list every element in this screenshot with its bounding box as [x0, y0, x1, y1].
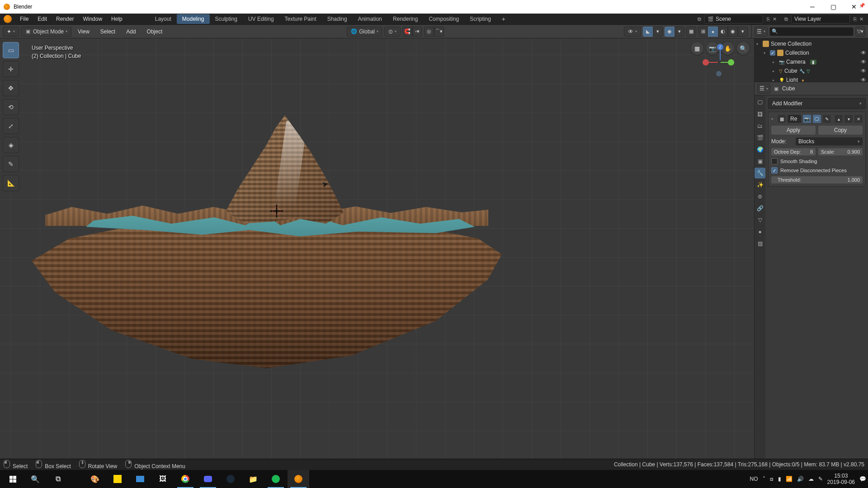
action-center-icon[interactable]: 💬	[859, 476, 866, 482]
tab-particles[interactable]: ✨	[755, 179, 765, 190]
tab-object[interactable]: ▣	[755, 156, 765, 167]
minimize-button[interactable]: ─	[802, 0, 823, 14]
modifier-collapse-icon[interactable]: ▾	[771, 117, 776, 121]
outliner-scene-collection[interactable]: ▾ Scene Collection	[755, 39, 868, 48]
shading-wireframe[interactable]: ⊞	[698, 27, 708, 37]
tab-world[interactable]: 🌍	[755, 144, 765, 155]
viewport-menu-add[interactable]: Add	[122, 27, 140, 36]
outliner-filter[interactable]: ▽▾	[855, 27, 865, 37]
taskbar-app-notes[interactable]	[107, 470, 128, 488]
outliner[interactable]: ▾ Scene Collection ▾ ✓ Collection 👁 ▸📷 C…	[755, 38, 868, 82]
modifier-move-down[interactable]: ▾	[844, 115, 853, 123]
tool-measure[interactable]: 📐	[3, 175, 19, 191]
modifier-render-toggle[interactable]: 📷	[803, 115, 811, 123]
scene-browse-icon[interactable]: ⧉	[696, 16, 703, 22]
shading-rendered[interactable]: ◉	[728, 27, 738, 37]
axis-x-icon[interactable]	[703, 59, 709, 66]
start-button[interactable]	[2, 470, 24, 488]
tool-select-box[interactable]: ▭	[3, 42, 19, 58]
taskbar-app-steam[interactable]	[220, 470, 241, 488]
menu-edit[interactable]: Edit	[33, 14, 52, 23]
menu-help[interactable]: Help	[107, 14, 127, 23]
tool-rotate[interactable]: ⟲	[3, 99, 19, 115]
shading-options[interactable]: ▾	[738, 27, 748, 37]
modifier-copy-button[interactable]: Copy	[818, 126, 863, 135]
tab-physics[interactable]: ⊚	[755, 191, 765, 202]
shading-lookdev[interactable]: ◐	[718, 27, 728, 37]
outliner-item-light[interactable]: ▸💡 Light ● 👁	[755, 75, 868, 82]
visibility-toggle-icon[interactable]: 👁	[861, 77, 866, 82]
snap-toggle[interactable]: 🧲	[402, 27, 412, 37]
workspace-add[interactable]: +	[496, 14, 511, 24]
taskbar-app-photos[interactable]: 🖼	[152, 470, 174, 488]
tool-scale[interactable]: ⤢	[3, 118, 19, 134]
tab-scene[interactable]: 🎬	[755, 132, 765, 143]
taskbar-app-discord[interactable]	[197, 470, 219, 488]
workspace-texture-paint[interactable]: Texture Paint	[279, 14, 322, 24]
menu-file[interactable]: File	[15, 14, 33, 23]
modifier-delete[interactable]: ✕	[854, 115, 863, 123]
visibility-toggle-icon[interactable]: 👁	[861, 59, 866, 65]
visibility-toggle-icon[interactable]: 👁	[861, 68, 866, 74]
axis-gizmo[interactable]: Z	[700, 44, 736, 80]
task-view-button[interactable]: ⧉	[47, 470, 69, 488]
viewlayer-delete-icon[interactable]: ✕	[858, 16, 864, 22]
scale-field[interactable]: Scale: 0.900	[818, 148, 863, 155]
taskbar-app-explorer[interactable]: 📁	[242, 470, 264, 488]
collection-enable-checkbox[interactable]: ✓	[770, 50, 775, 56]
workspace-sculpting[interactable]: Sculpting	[210, 14, 243, 24]
modifier-realtime-toggle[interactable]: 🖵	[813, 115, 821, 123]
nav-zoom[interactable]: 🔍	[737, 42, 750, 55]
viewport-menu-select[interactable]: Select	[96, 27, 120, 36]
mode-selector[interactable]: ▣ Object Mode ▾	[21, 27, 71, 37]
tool-annotate[interactable]: ✎	[3, 156, 19, 172]
shading-solid[interactable]: ●	[708, 27, 718, 37]
tab-mesh[interactable]: ▽	[755, 215, 765, 225]
tab-render[interactable]: 🖵	[755, 97, 765, 108]
taskbar-app-spotify[interactable]	[265, 470, 287, 488]
tool-move[interactable]: ✥	[3, 80, 19, 96]
smooth-shading-row[interactable]: Smooth Shading	[771, 158, 863, 164]
viewport-menu-view[interactable]: View	[73, 27, 94, 36]
workspace-uv-editing[interactable]: UV Editing	[243, 14, 279, 24]
xray-toggle[interactable]: ▦	[686, 27, 696, 37]
menu-render[interactable]: Render	[52, 14, 78, 23]
tool-cursor[interactable]: ✛	[3, 61, 19, 77]
properties-editor-type[interactable]: ☰▾	[757, 84, 770, 94]
modifier-move-up[interactable]: ▴	[835, 115, 843, 123]
modifier-apply-button[interactable]: Apply	[771, 126, 816, 135]
taskbar-clock[interactable]: 15:03 2019-09-06	[827, 473, 855, 486]
outliner-item-cube[interactable]: ▸▽ Cube 🔧 ▽ 👁	[755, 66, 868, 75]
visibility-selector[interactable]: 👁▾	[624, 27, 641, 37]
tab-texture[interactable]: ▨	[755, 238, 765, 249]
tab-viewlayer[interactable]: 🗂	[755, 121, 765, 131]
pin-icon[interactable]: 📌	[859, 3, 865, 9]
viewlayer-new-icon[interactable]: ⎘	[852, 16, 858, 22]
gizmo-options[interactable]: ▾	[653, 27, 663, 37]
remove-disconnected-checkbox[interactable]: ✓	[771, 167, 778, 174]
modifier-name-field[interactable]: Re	[788, 115, 801, 123]
language-indicator[interactable]: NO	[750, 476, 758, 482]
taskbar-app-blender[interactable]	[288, 470, 309, 488]
outliner-item-camera[interactable]: ▸📷 Camera ▮ 👁	[755, 57, 868, 66]
scene-new-icon[interactable]: ⎘	[765, 16, 771, 22]
axis-z-icon[interactable]: Z	[717, 44, 723, 50]
viewlayer-browse-icon[interactable]: ⧉	[783, 16, 789, 22]
workspace-rendering[interactable]: Rendering	[387, 14, 423, 24]
search-button[interactable]: 🔍	[24, 470, 46, 488]
threshold-field[interactable]: Threshold: 1.000	[771, 176, 863, 183]
overlay-options[interactable]: ▾	[675, 27, 684, 37]
remove-disconnected-row[interactable]: ✓ Remove Disconnected Pieces	[771, 167, 863, 174]
viewport-3d[interactable]: ▭ ✛ ✥ ⟲ ⤢ ◈ ✎ 📐 User Perspective (2) Col…	[0, 38, 754, 459]
tray-wifi-icon[interactable]: 📶	[786, 476, 793, 482]
workspace-compositing[interactable]: Compositing	[423, 14, 464, 24]
tab-modifiers[interactable]: 🔧	[755, 168, 765, 178]
outliner-search[interactable]: 🔍	[769, 27, 854, 36]
octree-depth-field[interactable]: Octree Dep: 8	[771, 148, 816, 155]
add-modifier-dropdown[interactable]: Add Modifier ▾	[768, 98, 866, 109]
snap-options[interactable]: ▫▾	[412, 27, 422, 37]
taskbar-app-chrome[interactable]	[175, 470, 196, 488]
tray-dropbox-icon[interactable]: ⧈	[770, 476, 774, 482]
modifier-editmode-toggle[interactable]: ✎	[823, 115, 831, 123]
workspace-animation[interactable]: Animation	[353, 14, 387, 24]
